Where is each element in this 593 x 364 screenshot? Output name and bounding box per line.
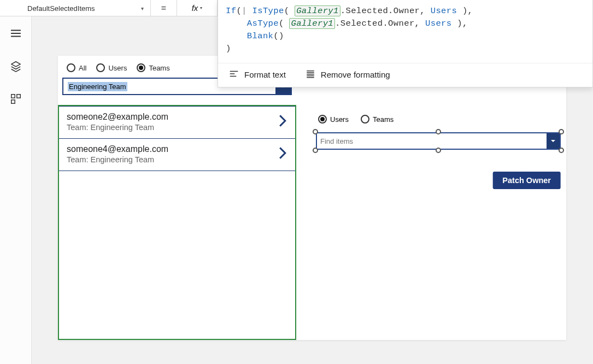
gallery-item-title: someone2@example.com [67, 112, 168, 122]
patch-owner-button[interactable]: Patch Owner [492, 172, 561, 189]
remove-formatting-label: Remove formatting [321, 70, 390, 79]
svg-rect-2 [11, 100, 14, 103]
svg-rect-1 [16, 95, 20, 98]
gallery-item-subtitle: Team: Engineering Team [67, 123, 168, 132]
radio-all[interactable]: All [67, 63, 86, 72]
equals-label: = [151, 0, 177, 16]
radio-icon [137, 63, 145, 72]
radio-teams-right-label: Teams [373, 115, 394, 124]
app-frame: All Users Teams Engineering Team [58, 56, 566, 340]
formula-text[interactable]: If(| IsType( Gallery1.Selected.Owner, Us… [218, 0, 592, 63]
fx-label: fx [192, 3, 198, 13]
radio-users[interactable]: Users [96, 63, 127, 72]
remove-formatting-button[interactable]: Remove formatting [306, 69, 390, 80]
property-dropdown-value: DefaultSelectedItems [27, 4, 95, 13]
radio-icon [67, 63, 75, 72]
gallery-item[interactable]: someone4@example.com Team: Engineering T… [59, 139, 295, 171]
gallery: someone2@example.com Team: Engineering T… [58, 105, 296, 340]
gallery-item[interactable]: someone2@example.com Team: Engineering T… [59, 106, 295, 139]
radio-icon [318, 115, 327, 124]
radio-icon [96, 63, 105, 72]
resize-handle[interactable] [436, 129, 441, 134]
svg-rect-0 [11, 95, 14, 98]
owner-combobox-input[interactable] [317, 133, 547, 149]
radio-teams[interactable]: Teams [137, 63, 169, 72]
radio-teams-right[interactable]: Teams [361, 115, 394, 124]
fx-button[interactable]: fx ▾ [177, 0, 218, 16]
radio-users-right[interactable]: Users [318, 115, 349, 124]
gallery-item-subtitle: Team: Engineering Team [67, 155, 168, 164]
chevron-down-icon: ▾ [141, 5, 144, 11]
left-rail [0, 16, 32, 364]
combobox-dropdown-button[interactable] [547, 133, 560, 149]
chevron-down-icon: ▾ [200, 5, 202, 10]
hamburger-icon[interactable] [10, 27, 22, 39]
chevron-right-icon [278, 114, 287, 130]
radio-users-right-label: Users [330, 115, 349, 124]
format-text-label: Format text [244, 70, 286, 79]
formula-editor[interactable]: If(| IsType( Gallery1.Selected.Owner, Us… [218, 0, 593, 87]
owner-combobox-selected[interactable] [316, 132, 561, 150]
chevron-right-icon [278, 146, 287, 162]
format-text-button[interactable]: Format text [229, 69, 286, 80]
resize-handle[interactable] [559, 129, 564, 134]
grid-icon[interactable] [10, 93, 22, 105]
layers-icon[interactable] [10, 60, 22, 72]
gallery-item-title: someone4@example.com [67, 144, 168, 154]
resize-handle[interactable] [313, 148, 318, 153]
remove-formatting-icon [306, 69, 315, 80]
resize-handle[interactable] [313, 129, 318, 134]
radio-all-label: All [79, 64, 86, 72]
resize-handle[interactable] [559, 148, 564, 153]
formula-toolbar: Format text Remove formatting [218, 63, 592, 87]
property-dropdown[interactable]: DefaultSelectedItems ▾ [0, 0, 151, 16]
radio-teams-label: Teams [149, 64, 169, 72]
format-text-icon [229, 69, 239, 80]
radio-users-label: Users [108, 64, 127, 72]
resize-handle[interactable] [436, 148, 441, 153]
radio-icon [361, 115, 369, 124]
